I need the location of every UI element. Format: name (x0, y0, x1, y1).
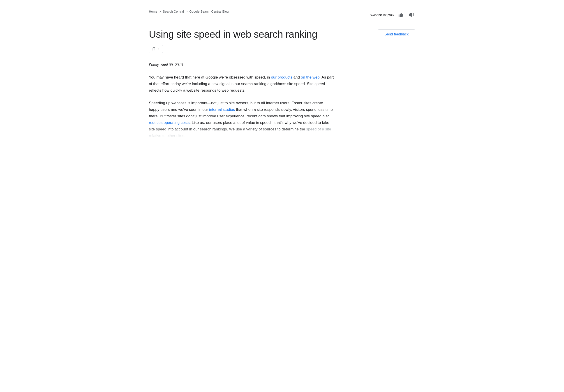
breadcrumb-blog[interactable]: Google Search Central Blog (189, 9, 229, 14)
helpful-label: Was this helpful? (371, 13, 394, 18)
paragraph-1: You may have heard that here at Google w… (149, 74, 334, 94)
thumbs-up-button[interactable] (397, 11, 405, 19)
breadcrumb-home[interactable]: Home (149, 9, 157, 14)
internal-studies-link[interactable]: internal studies (209, 107, 235, 112)
breadcrumb-search-central[interactable]: Search Central (163, 9, 184, 14)
page-title: Using site speed in web search ranking (149, 28, 369, 40)
bookmark-button[interactable] (149, 45, 163, 53)
bookmark-icon (152, 47, 156, 51)
our-products-link[interactable]: our products (271, 75, 292, 79)
helpful-section: Was this helpful? (371, 11, 415, 19)
on-the-web-link[interactable]: on the web (301, 75, 320, 79)
reduces-operating-costs-link[interactable]: reduces operating costs (149, 121, 190, 125)
thumbs-down-button[interactable] (407, 11, 415, 19)
paragraph-1-text-middle: and (292, 75, 301, 79)
thumbs-up-icon (399, 13, 403, 18)
paragraph-1-text-before: You may have heard that here at Google w… (149, 75, 271, 79)
paragraph-2-container: Speeding up websites is important—not ju… (149, 100, 334, 139)
article-content: You may have heard that here at Google w… (149, 74, 334, 139)
chevron-down-icon (157, 47, 160, 51)
breadcrumb-separator-1: > (159, 9, 161, 14)
breadcrumb-separator-2: > (186, 9, 188, 14)
title-section: Using site speed in web search ranking S… (149, 28, 415, 53)
send-feedback-button[interactable]: Send feedback (378, 29, 415, 39)
thumbs-down-icon (409, 13, 414, 18)
post-date: Friday, April 09, 2010 (149, 62, 415, 68)
fade-overlay (149, 126, 334, 139)
title-left: Using site speed in web search ranking (149, 28, 369, 53)
breadcrumb: Home > Search Central > Google Search Ce… (149, 9, 229, 14)
